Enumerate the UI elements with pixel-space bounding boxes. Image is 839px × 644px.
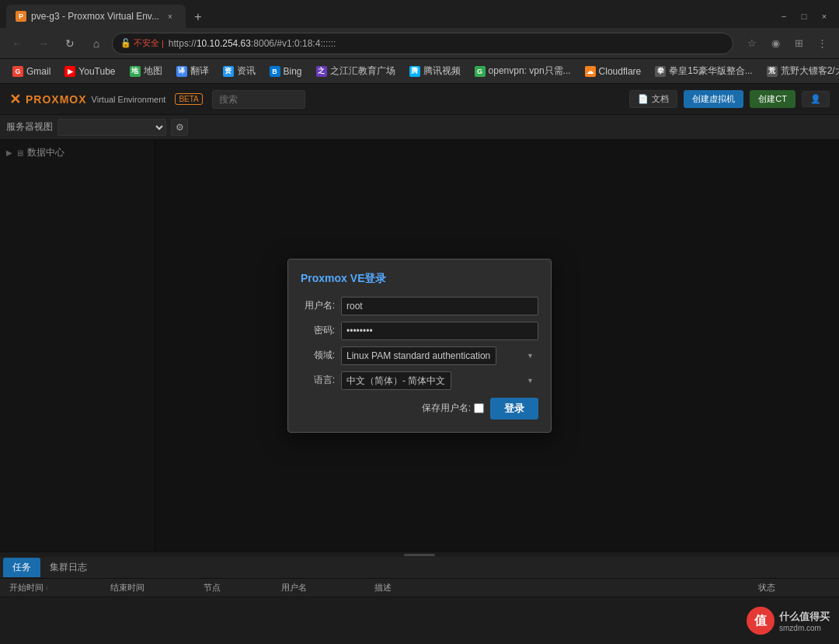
maps-favicon: 地 bbox=[130, 66, 141, 77]
lang-select[interactable]: 中文（简体）- 简体中文 English Deutsch bbox=[341, 371, 451, 390]
watermark-info: 什么值得买 smzdm.com bbox=[779, 610, 830, 632]
bookmark-tencent[interactable]: 腾 腾讯视频 bbox=[403, 62, 467, 80]
cluster-log-tab[interactable]: 集群日志 bbox=[40, 558, 96, 577]
col-username[interactable]: 用户名 bbox=[278, 582, 371, 594]
extension-icon[interactable]: ⊞ bbox=[788, 33, 809, 54]
create-vm-button[interactable]: 创建虚拟机 bbox=[684, 90, 743, 108]
minimize-button[interactable]: − bbox=[775, 8, 792, 25]
window-close-button[interactable]: × bbox=[816, 8, 833, 25]
pve-main: ▶ 🖥 数据中心 Proxmox VE登录 用户名: 密码: bbox=[0, 140, 839, 551]
bookmark-maps[interactable]: 地 地图 bbox=[124, 62, 169, 80]
col-end-time[interactable]: 结束时间 bbox=[107, 582, 200, 594]
address-icons: ☆ ◉ ⊞ ⋮ bbox=[741, 33, 833, 54]
forward-button[interactable]: → bbox=[33, 33, 54, 54]
realm-select[interactable]: Linux PAM standard authentication Proxmo… bbox=[341, 346, 496, 365]
back-button[interactable]: ← bbox=[6, 33, 28, 54]
proxmox-app: ✕ PROXMOX Virtual Environment BETA 📄 文档 … bbox=[0, 84, 839, 644]
edu-favicon: 之 bbox=[316, 66, 327, 77]
security-warning: 🔓 不安全 | bbox=[120, 37, 164, 49]
form-actions: 保存用户名: 登录 bbox=[301, 398, 538, 419]
youtube-favicon: ▶ bbox=[64, 66, 75, 77]
view-label: 服务器视图 bbox=[6, 120, 53, 134]
username-input[interactable] bbox=[341, 297, 538, 315]
tencent-favicon: 腾 bbox=[409, 66, 420, 77]
url-bar[interactable]: 🔓 不安全 | https://10.10.254.63:8006/#v1:0:… bbox=[112, 33, 733, 54]
watermark-logo: 值 bbox=[747, 607, 775, 635]
save-username-checkbox[interactable] bbox=[474, 403, 484, 413]
proxmox-brand: PROXMOX bbox=[26, 93, 87, 106]
proxmox-logo: ✕ PROXMOX Virtual Environment bbox=[9, 91, 165, 108]
tab-title: pve-g3 - Proxmox Virtual Env... bbox=[31, 11, 159, 22]
realm-label: 领域: bbox=[301, 349, 335, 362]
proxmox-subtitle: Virtual Environment bbox=[92, 95, 166, 104]
pve-bottom-panel: 任务 集群日志 开始时间 ↓ 结束时间 节点 用户名 bbox=[0, 551, 839, 644]
col-status[interactable]: 状态 bbox=[755, 582, 833, 594]
login-dialog: Proxmox VE登录 用户名: 密码: 领域: bbox=[287, 259, 552, 433]
bing-favicon: B bbox=[270, 66, 280, 77]
active-tab[interactable]: P pve-g3 - Proxmox Virtual Env... × bbox=[6, 5, 186, 28]
create-ct-button[interactable]: 创建CT bbox=[750, 90, 795, 108]
username-row: 用户名: bbox=[301, 297, 538, 315]
pve-header: ✕ PROXMOX Virtual Environment BETA 📄 文档 … bbox=[0, 84, 839, 115]
bookmark-news[interactable]: 资 资讯 bbox=[217, 62, 262, 80]
maximize-button[interactable]: □ bbox=[795, 8, 813, 25]
bookmark-cloudflare[interactable]: ☁ Cloudflare bbox=[579, 64, 648, 79]
watermark-brand: 什么值得买 bbox=[779, 610, 830, 624]
bookmark-translate[interactable]: 译 翻译 bbox=[170, 62, 215, 80]
new-tab-button[interactable]: + bbox=[187, 6, 209, 28]
lang-label: 语言: bbox=[301, 374, 335, 387]
view-select[interactable] bbox=[57, 119, 166, 136]
proxmox-x-icon: ✕ bbox=[9, 91, 21, 108]
password-input[interactable] bbox=[341, 322, 538, 340]
user-menu-button[interactable]: 👤 bbox=[802, 91, 830, 107]
resize-handle[interactable] bbox=[404, 554, 435, 556]
gear-button[interactable]: ⚙ bbox=[171, 119, 188, 136]
docs-button[interactable]: 📄 文档 bbox=[629, 90, 677, 108]
bookmark-star-icon[interactable]: ☆ bbox=[741, 33, 763, 54]
login-button[interactable]: 登录 bbox=[490, 398, 538, 419]
proxmox-search-input[interactable] bbox=[212, 90, 305, 109]
bookmark-edu[interactable]: 之 之江汇教育广场 bbox=[310, 62, 402, 80]
tasks-tab[interactable]: 任务 bbox=[3, 558, 40, 577]
refresh-button[interactable]: ↻ bbox=[59, 33, 81, 54]
browser-frame: P pve-g3 - Proxmox Virtual Env... × + − … bbox=[0, 0, 839, 644]
bookmark-gmail[interactable]: G Gmail bbox=[6, 64, 57, 79]
sort-icon: ↓ bbox=[45, 584, 48, 591]
cloudflare-favicon: ☁ bbox=[585, 66, 596, 77]
col-node[interactable]: 节点 bbox=[200, 582, 278, 594]
realm-select-wrap: Linux PAM standard authentication Proxmo… bbox=[341, 346, 538, 365]
lang-row: 语言: 中文（简体）- 简体中文 English Deutsch bbox=[301, 371, 538, 390]
address-bar: ← → ↻ ⌂ 🔓 不安全 | https://10.10.254.63:800… bbox=[0, 28, 839, 59]
username-label: 用户名: bbox=[301, 299, 335, 312]
pve-toolbar: 服务器视图 ⚙ bbox=[0, 115, 839, 140]
dialog-overlay: Proxmox VE登录 用户名: 密码: 领域: bbox=[0, 140, 839, 551]
openvpn-favicon: G bbox=[475, 66, 486, 77]
lock-icon: 🔓 bbox=[120, 38, 131, 48]
realm-row: 领域: Linux PAM standard authentication Pr… bbox=[301, 346, 538, 365]
bookmark-bing[interactable]: B Bing bbox=[263, 64, 308, 79]
bottom-tabs: 任务 集群日志 bbox=[0, 557, 839, 579]
lang-select-wrap: 中文（简体）- 简体中文 English Deutsch bbox=[341, 371, 538, 390]
bookmark-game1[interactable]: 拳 拳皇15豪华版整合... bbox=[649, 62, 758, 80]
profile-icon[interactable]: ◉ bbox=[764, 33, 786, 54]
news-favicon: 资 bbox=[223, 66, 234, 77]
home-button[interactable]: ⌂ bbox=[85, 33, 107, 54]
tab-favicon: P bbox=[16, 11, 26, 22]
translate-favicon: 译 bbox=[176, 66, 187, 77]
pve-header-right: 📄 文档 创建虚拟机 创建CT 👤 bbox=[629, 90, 830, 108]
bookmark-youtube[interactable]: ▶ YouTube bbox=[58, 64, 121, 79]
game1-favicon: 拳 bbox=[655, 66, 666, 77]
bookmark-game2[interactable]: 荒 荒野大镖客2/大表... bbox=[761, 62, 839, 80]
bottom-table: 开始时间 ↓ 结束时间 节点 用户名 描述 bbox=[0, 579, 839, 644]
col-description[interactable]: 描述 bbox=[371, 582, 755, 594]
window-controls: − □ × bbox=[775, 8, 833, 28]
pve-content: Proxmox VE登录 用户名: 密码: 领域: bbox=[155, 140, 839, 551]
bookmarks-bar: G Gmail ▶ YouTube 地 地图 译 翻译 资 资讯 B Bing … bbox=[0, 59, 839, 84]
save-username-label: 保存用户名: bbox=[422, 402, 484, 415]
game2-favicon: 荒 bbox=[767, 66, 778, 77]
col-start-time[interactable]: 开始时间 ↓ bbox=[6, 582, 107, 594]
password-label: 密码: bbox=[301, 324, 335, 337]
bookmark-openvpn[interactable]: G openvpn: vpn只需... bbox=[468, 62, 577, 80]
menu-icon[interactable]: ⋮ bbox=[811, 33, 833, 54]
tab-close-button[interactable]: × bbox=[164, 10, 176, 23]
